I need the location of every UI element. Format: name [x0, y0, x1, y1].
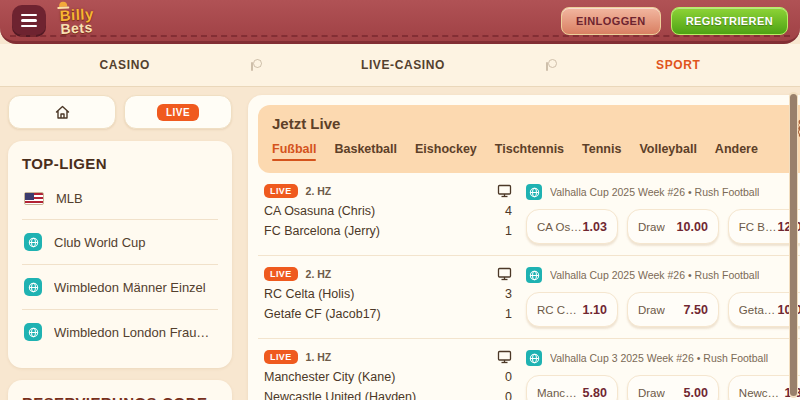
globe-icon [526, 267, 542, 283]
billybets-logo[interactable]: Billy Bets [59, 6, 95, 36]
team-row: Manchester City (Kane)0 [264, 370, 512, 384]
tab-andere[interactable]: Andere [715, 142, 758, 161]
odd-button[interactable]: RC Celta1.10 [526, 292, 618, 327]
match-odds-section: Valhalla Cup 2025 Week #26 • Rush Footba… [526, 184, 800, 244]
content-layout: LIVE TOP-LIGEN MLBClub World CupWimbledo… [0, 87, 800, 400]
odd-button[interactable]: Draw7.50 [627, 292, 719, 327]
team-row: Getafe CF (Jacob17)1 [264, 307, 512, 321]
reservation-card: RESERVIERUNGS-CODE [8, 380, 232, 400]
odds-buttons: CA Osasuna1.03Draw10.00FC Barcelona12.00 [526, 209, 800, 244]
sidebar-item-league[interactable]: Club World Cup [22, 220, 218, 265]
team-row: CA Osasuna (Chris)4 [264, 204, 512, 218]
team-row: Newcastle United (Hayden)0 [264, 390, 512, 400]
globe-icon [24, 278, 42, 296]
odd-label: Draw [638, 387, 665, 399]
home-icon [54, 104, 71, 121]
nav-item-casino[interactable]: CASINO [100, 58, 150, 72]
league-name: Valhalla Cup 2025 Week #26 • Rush Footba… [550, 269, 759, 281]
league-info: Valhalla Cup 3 2025 Week #26 • Rush Foot… [526, 350, 800, 366]
match-info: LIVE1. HZManchester City (Kane)0Newcastl… [264, 350, 512, 400]
globe-icon [24, 233, 42, 251]
odd-value: 7.50 [684, 303, 708, 317]
team-score: 0 [505, 370, 512, 384]
hat-icon [57, 1, 69, 9]
league-info: Valhalla Cup 2025 Week #26 • Rush Footba… [526, 184, 800, 200]
team-row: FC Barcelona (Jerry)1 [264, 224, 512, 238]
odd-button[interactable]: CA Osasuna1.03 [526, 209, 618, 244]
odd-label: Getafe CF [739, 304, 778, 316]
odd-button[interactable]: Manchester City5.80 [526, 375, 618, 400]
match-row[interactable]: LIVE1. HZManchester City (Kane)0Newcastl… [258, 339, 800, 400]
league-label: MLB [56, 191, 83, 206]
odd-value: 1.03 [583, 220, 607, 234]
team-name: CA Osasuna (Chris) [264, 204, 375, 218]
odds-buttons: Manchester City5.80Draw5.00Newcastle Uni… [526, 375, 800, 400]
logo-line2: Bets [60, 20, 95, 36]
tab-tennis[interactable]: Tennis [582, 142, 621, 161]
team-score: 4 [505, 204, 512, 218]
tab-basketball[interactable]: Basketball [334, 142, 397, 161]
sidebar-item-league[interactable]: Wimbledon London Frauen, Grossbritannien [22, 310, 218, 354]
match-odds-section: Valhalla Cup 3 2025 Week #26 • Rush Foot… [526, 350, 800, 400]
live-events-header: Jetzt Live FußballBasketballEishockeyTis… [258, 105, 800, 173]
tab-volleyball[interactable]: Volleyball [639, 142, 696, 161]
stream-icon[interactable] [497, 267, 512, 281]
match-meta: LIVE2. HZ [264, 184, 512, 198]
sidebar-item-league[interactable]: Wimbledon Männer Einzel [22, 265, 218, 310]
league-label: Wimbledon London Frauen, Grossbritannien [54, 325, 216, 340]
live-badge: LIVE [264, 350, 298, 364]
match-odds-section: Valhalla Cup 2025 Week #26 • Rush Footba… [526, 267, 800, 327]
league-name: Valhalla Cup 3 2025 Week #26 • Rush Foot… [550, 352, 768, 364]
live-badge: LIVE [264, 184, 298, 198]
top-leagues-title: TOP-LIGEN [22, 155, 218, 172]
tab-fußball[interactable]: Fußball [272, 142, 316, 161]
tab-tischtennis[interactable]: Tischtennis [495, 142, 564, 161]
hamburger-menu-button[interactable] [12, 5, 46, 37]
reservation-title: RESERVIERUNGS-CODE [22, 394, 218, 400]
odd-label: CA Osasuna [537, 221, 583, 233]
live-badge: LIVE [264, 267, 298, 281]
odd-label: Draw [638, 304, 665, 316]
sidebar-item-league[interactable]: MLB [22, 178, 218, 220]
nav-item-live-casino[interactable]: LIVE-CASINO [361, 58, 445, 72]
odd-value: 5.80 [583, 386, 607, 400]
team-score: 1 [505, 307, 512, 321]
match-period: 1. HZ [306, 351, 332, 363]
match-period: 2. HZ [306, 268, 332, 280]
league-info: Valhalla Cup 2025 Week #26 • Rush Footba… [526, 267, 800, 283]
live-badge: LIVE [157, 104, 199, 121]
match-row[interactable]: LIVE2. HZRC Celta (Holis)3Getafe CF (Jac… [258, 256, 800, 339]
odd-button[interactable]: Draw10.00 [627, 209, 719, 244]
nav-divider-icon [544, 58, 556, 72]
match-row[interactable]: LIVE2. HZCA Osasuna (Chris)4FC Barcelona… [258, 173, 800, 256]
odd-value: 1.10 [583, 303, 607, 317]
tab-eishockey[interactable]: Eishockey [415, 142, 477, 161]
match-info: LIVE2. HZRC Celta (Holis)3Getafe CF (Jac… [264, 267, 512, 327]
nav-divider-icon [249, 58, 261, 72]
team-score: 3 [505, 287, 512, 301]
stream-icon[interactable] [497, 350, 512, 364]
stream-icon[interactable] [497, 184, 512, 198]
league-label: Wimbledon Männer Einzel [54, 280, 206, 295]
odd-label: Draw [638, 221, 665, 233]
scrollbar-thumb[interactable] [790, 94, 797, 396]
register-button[interactable]: REGISTRIEREN [671, 7, 788, 35]
home-button[interactable] [8, 95, 116, 129]
live-button[interactable]: LIVE [124, 95, 232, 129]
odd-label: Newcastle United [739, 387, 785, 399]
page-scrollbar[interactable] [789, 92, 798, 398]
odds-buttons: RC Celta1.10Draw7.50Getafe CF10.00 [526, 292, 800, 327]
top-leagues-list: MLBClub World CupWimbledon Männer Einzel… [22, 178, 218, 354]
team-score: 1 [505, 224, 512, 238]
top-header: Billy Bets EINLOGGEN REGISTRIEREN [0, 0, 800, 44]
nav-item-sport[interactable]: SPORT [656, 58, 700, 72]
odd-button[interactable]: Draw5.00 [627, 375, 719, 400]
sport-tabs: FußballBasketballEishockeyTischtennisTen… [272, 142, 800, 161]
league-label: Club World Cup [54, 235, 146, 250]
main-nav: CASINOLIVE-CASINOSPORT [0, 44, 800, 87]
sidebar: LIVE TOP-LIGEN MLBClub World CupWimbledo… [8, 95, 232, 400]
globe-icon [526, 184, 542, 200]
globe-icon [526, 350, 542, 366]
login-button[interactable]: EINLOGGEN [561, 7, 661, 35]
live-events-panel: Jetzt Live FußballBasketballEishockeyTis… [248, 95, 800, 400]
